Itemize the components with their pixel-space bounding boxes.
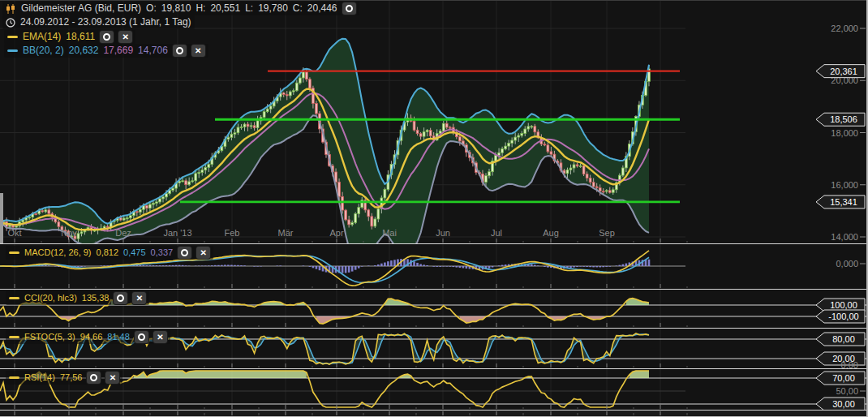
- macd-signal-line[interactable]: [0, 256, 649, 282]
- price-badge[interactable]: 70,00: [816, 372, 865, 385]
- month-label: Jun: [436, 228, 450, 238]
- fstoc-name: FSTOC(5, 3): [24, 331, 75, 343]
- price-badge-label: -100,00: [828, 312, 858, 321]
- macd-remove-button[interactable]: ✕: [196, 247, 210, 259]
- month-label: Nov: [61, 228, 77, 238]
- macd-signal-value: 0,475: [123, 247, 146, 259]
- price-badge-label: 100,00: [830, 300, 857, 310]
- ema-settings-button[interactable]: [100, 31, 114, 43]
- price-badge[interactable]: 20,361: [816, 65, 865, 78]
- instrument-name: Gildemeister AG (Bid, EUR): [21, 2, 141, 15]
- period-label: 24.09.2012 - 23.09.2013 (1 Jahr, 1 Tag): [20, 16, 191, 28]
- cci-legend-row: CCI(20, hlc3) 135,38 ✕: [6, 291, 149, 305]
- rsi-settings-button[interactable]: [87, 372, 101, 384]
- ohlc-low-label: L:: [245, 2, 253, 15]
- fstoc-legend-row: FSTOC(5, 3) 94,66 81,48 ✕: [6, 330, 170, 344]
- ema-remove-button[interactable]: ✕: [118, 31, 132, 43]
- bb-legend-row: BB(20, 2) 20,632 17,669 14,706 ✕: [4, 44, 208, 58]
- bb-upper-value: 20,632: [69, 45, 99, 57]
- macd-hist-value: 0,337: [151, 247, 174, 259]
- cci-remove-button[interactable]: ✕: [132, 292, 146, 304]
- axis-tick-label: 0,000: [836, 259, 858, 269]
- rsi-value: 77,56: [60, 372, 83, 384]
- symbol-row: Gildemeister AG (Bid, EUR) O:19,810 H:20…: [2, 2, 359, 15]
- chart-settings-button[interactable]: [342, 2, 356, 15]
- settings-icon: [176, 47, 183, 54]
- axis-tick-label: 16,000: [831, 180, 858, 190]
- axis-tick-label: 18,000: [831, 128, 858, 138]
- bb-color-swatch: [7, 49, 18, 52]
- month-label: Sep: [599, 228, 615, 238]
- ema-value: 18,611: [66, 31, 95, 43]
- ema-line[interactable]: [0, 89, 649, 230]
- price-badge-label: 18,506: [830, 114, 857, 124]
- left-edge-gripper: [0, 193, 3, 243]
- chart-window: OktNovDezJan '13FebMärAprMaiJunJulAugSep…: [0, 0, 868, 417]
- macd-color-swatch: [9, 251, 19, 254]
- month-label: Apr: [329, 228, 343, 238]
- macd-value: 0,812: [97, 247, 119, 259]
- macd-settings-button[interactable]: [178, 247, 191, 259]
- fstoc-d-value: 81,48: [107, 331, 130, 343]
- month-label: Feb: [225, 228, 240, 238]
- ohlc-high-label: H:: [196, 2, 205, 15]
- settings-icon: [138, 333, 145, 341]
- price-badge-label: 20,361: [830, 67, 857, 76]
- ohlc-low-value: 19,780: [258, 2, 288, 15]
- bb-lower-value: 14,706: [138, 45, 168, 57]
- cci-color-swatch: [9, 297, 19, 299]
- cci-settings-button[interactable]: [114, 292, 127, 304]
- ohlc-open-value: 19,810: [161, 2, 191, 15]
- settings-icon: [103, 33, 110, 41]
- settings-icon: [90, 374, 97, 381]
- month-label: Mai: [382, 228, 397, 238]
- price-badge[interactable]: 15,341: [816, 196, 865, 208]
- price-badge[interactable]: 30,00: [816, 398, 865, 410]
- month-label: Jul: [491, 228, 502, 238]
- price-badge[interactable]: 18,506: [816, 113, 865, 126]
- bb-remove-button[interactable]: ✕: [191, 45, 205, 57]
- ema-color-swatch: [7, 36, 18, 38]
- fstoc-remove-button[interactable]: ✕: [153, 331, 167, 343]
- ema-legend-row: EMA(14) 18,611 ✕: [4, 30, 135, 44]
- price-badge-label: 80,00: [832, 334, 855, 344]
- month-label: Okt: [7, 228, 21, 238]
- macd-name: MACD(12, 26, 9): [24, 247, 92, 259]
- clock-icon: [6, 18, 15, 28]
- bb-name: BB(20, 2): [23, 45, 64, 57]
- ohlc-close-value: 20,446: [307, 2, 337, 15]
- rsi-name: RSI(14): [24, 372, 55, 384]
- fstoc-color-swatch: [9, 336, 19, 338]
- price-badge-label: 70,00: [832, 373, 855, 383]
- ohlc-open-label: O:: [146, 2, 157, 15]
- settings-icon: [181, 249, 188, 256]
- rsi-color-swatch: [9, 376, 19, 379]
- ema-name: EMA(14): [23, 31, 61, 43]
- month-label: Aug: [543, 228, 559, 238]
- period-row: 24.09.2012 - 23.09.2013 (1 Jahr, 1 Tag): [2, 15, 195, 29]
- settings-icon: [346, 5, 353, 12]
- month-label: Mär: [278, 228, 294, 238]
- fstoc-k-value: 94,66: [80, 331, 103, 343]
- window-border-top: [0, 0, 868, 1]
- macd-legend-row: MACD(12, 26, 9) 0,812 0,475 0,337 ✕: [6, 246, 213, 260]
- ohlc-close-label: C:: [293, 2, 303, 15]
- price-badge-label: 30,00: [832, 399, 855, 409]
- fstoc-settings-button[interactable]: [135, 331, 148, 343]
- price-badge[interactable]: 80,00: [816, 333, 865, 346]
- rsi-legend-row: RSI(14) 77,56 ✕: [6, 371, 122, 385]
- cci-value: 135,38: [82, 292, 110, 304]
- price-badge-label: 15,341: [830, 197, 857, 207]
- axis-tick-label: 50,00: [836, 386, 858, 396]
- rsi-panel[interactable]: 70,0050,0030,00: [0, 368, 868, 410]
- cci-name: CCI(20, hlc3): [24, 292, 77, 304]
- month-label: Jan '13: [163, 228, 191, 238]
- settings-icon: [117, 294, 124, 302]
- bb-settings-button[interactable]: [173, 45, 187, 57]
- ohlc-high-value: 20,551: [210, 2, 240, 15]
- axis-tick-label: 0,00: [841, 360, 858, 368]
- month-label: Dez: [115, 228, 131, 238]
- rsi-remove-button[interactable]: ✕: [105, 372, 119, 384]
- bb-middle-value: 17,669: [103, 45, 133, 57]
- price-badge[interactable]: -100,00: [816, 310, 865, 323]
